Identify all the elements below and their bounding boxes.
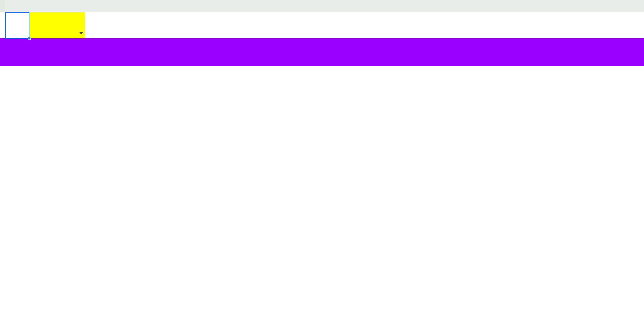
select-store-cell[interactable] — [5, 12, 29, 38]
spreadsheet — [0, 0, 644, 318]
data-rows-area — [0, 66, 644, 318]
column-header-strip — [0, 0, 644, 12]
selection-fill-handle[interactable] — [28, 37, 31, 40]
filter-header-row — [0, 38, 644, 66]
dropdown-arrow-icon[interactable] — [79, 32, 84, 34]
store-dropdown-cell[interactable] — [29, 12, 85, 38]
sheet-corner-cell[interactable] — [0, 0, 5, 12]
top-rows-area — [0, 12, 644, 38]
